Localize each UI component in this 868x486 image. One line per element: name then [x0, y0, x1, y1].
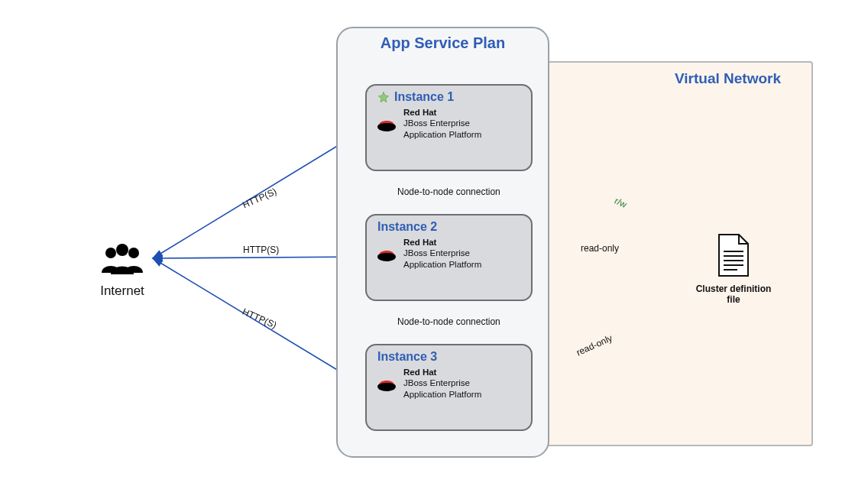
internet-label: Internet — [92, 284, 153, 299]
cluster-definition-file: Cluster definition file — [695, 233, 772, 306]
instance-2-product: Red Hat JBoss Enterprise Application Pla… — [403, 237, 481, 270]
internet-node: Internet — [92, 241, 153, 299]
red-hat-icon — [376, 115, 397, 133]
instance-card-2: Instance 2 Red Hat JBoss Enterprise Appl… — [365, 214, 533, 301]
svg-point-9 — [128, 248, 139, 258]
edge-label-https-2: HTTP(S) — [243, 245, 279, 255]
svg-line-1 — [153, 257, 364, 258]
edge-label-https-1: HTTP(S) — [241, 186, 278, 210]
edge-label-node-2: Node-to-node connection — [397, 316, 500, 327]
edge-label-readonly-1: read-only — [581, 243, 619, 254]
diagram-canvas: Virtual Network App Service Plan — [0, 0, 868, 486]
instance-3-title: Instance 3 — [377, 350, 437, 364]
instance-2-title: Instance 2 — [377, 220, 437, 234]
svg-point-10 — [116, 244, 128, 256]
edge-label-node-1: Node-to-node connection — [397, 186, 500, 197]
star-icon — [377, 91, 390, 103]
red-hat-icon — [376, 374, 397, 393]
instance-1-title: Instance 1 — [394, 90, 454, 104]
instance-1-product: Red Hat JBoss Enterprise Application Pla… — [403, 107, 481, 140]
instance-card-1: Instance 1 Red Hat JBoss Enterprise Appl… — [365, 84, 533, 171]
app-service-plan-title: App Service Plan — [338, 34, 548, 52]
users-icon — [96, 241, 149, 277]
file-icon — [714, 233, 753, 277]
virtual-network-title: Virtual Network — [675, 70, 781, 87]
instance-card-3: Instance 3 Red Hat JBoss Enterprise Appl… — [365, 344, 533, 431]
red-hat-icon — [376, 245, 397, 263]
svg-point-8 — [105, 248, 116, 258]
instance-3-product: Red Hat JBoss Enterprise Application Pla… — [403, 367, 481, 400]
edge-label-https-3: HTTP(S) — [241, 306, 278, 331]
cluster-file-label: Cluster definition file — [695, 284, 772, 306]
